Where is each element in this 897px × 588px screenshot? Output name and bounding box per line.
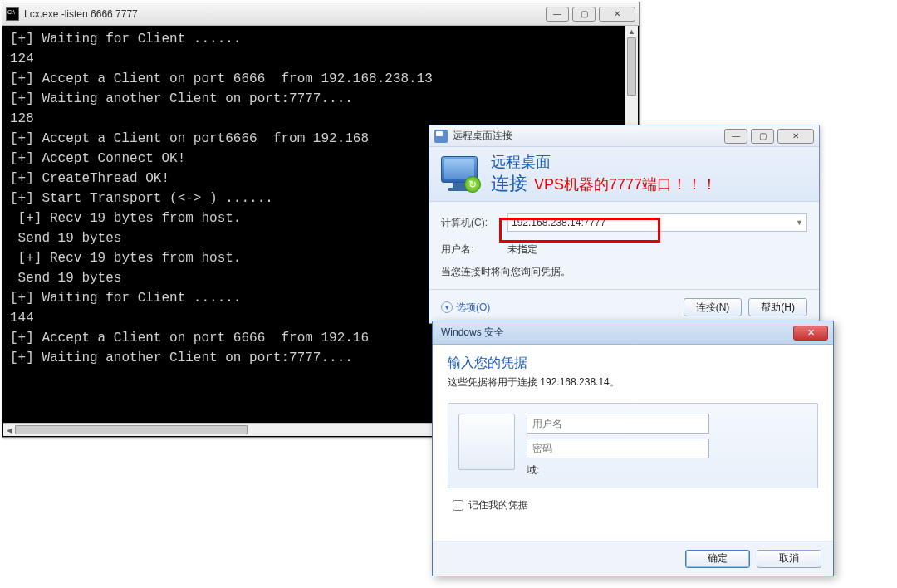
rdp-heading-line1: 远程桌面	[491, 153, 717, 171]
chevron-down-icon[interactable]: ▼	[796, 218, 803, 227]
remember-label: 记住我的凭据	[468, 498, 528, 512]
user-avatar-icon	[458, 414, 515, 470]
rdp-heading-line2: 连接	[491, 171, 527, 196]
password-input[interactable]	[527, 439, 709, 458]
rdp-logo-icon: ↻	[441, 154, 481, 194]
security-dialog: Windows 安全 ✕ 输入您的凭据 这些凭据将用于连接 192.168.23…	[432, 321, 834, 576]
rdp-titlebar[interactable]: 远程桌面连接 — ▢ ✕	[429, 125, 819, 147]
scroll-thumb[interactable]	[627, 37, 636, 96]
ok-button[interactable]: 确定	[685, 550, 750, 568]
rdp-window: 远程桌面连接 — ▢ ✕ ↻ 远程桌面 连接 VPS机器的7777端口！！！ 计…	[429, 125, 820, 324]
rdp-header: ↻ 远程桌面 连接 VPS机器的7777端口！！！	[429, 147, 819, 202]
rdp-minimize-button[interactable]: —	[724, 129, 748, 144]
domain-label: 域:	[527, 463, 807, 478]
rdp-window-title: 远程桌面连接	[453, 129, 724, 143]
divider	[429, 289, 819, 290]
close-button[interactable]: ✕	[599, 7, 635, 22]
minimize-button[interactable]: —	[546, 7, 569, 22]
computer-value: 192.168.238.14:7777	[512, 217, 605, 228]
security-close-button[interactable]: ✕	[793, 326, 828, 341]
computer-label: 计算机(C):	[441, 216, 507, 230]
scroll-up-arrow-icon[interactable]: ▲	[625, 26, 638, 37]
options-label: 选项(O)	[456, 301, 490, 315]
cmd-icon	[6, 7, 19, 21]
security-heading: 输入您的凭据	[448, 355, 818, 372]
computer-combobox[interactable]: 192.168.238.14:7777 ▼	[507, 213, 807, 232]
scroll-left-arrow-icon[interactable]: ◀	[3, 424, 15, 436]
cancel-button[interactable]: 取消	[757, 550, 821, 568]
console-title: Lcx.exe -listen 6666 7777	[24, 8, 546, 20]
maximize-button[interactable]: ▢	[572, 7, 596, 22]
options-toggle[interactable]: ▾ 选项(O)	[441, 301, 490, 315]
rdp-annotation-text: VPS机器的7777端口！！！	[534, 174, 717, 194]
username-input[interactable]	[527, 414, 709, 434]
security-window-title: Windows 安全	[438, 326, 793, 340]
rdp-hint-text: 当您连接时将向您询问凭据。	[441, 265, 807, 279]
username-label: 用户名:	[441, 243, 507, 257]
rdp-app-icon	[434, 130, 448, 143]
security-titlebar[interactable]: Windows 安全 ✕	[433, 321, 833, 345]
rdp-maximize-button[interactable]: ▢	[751, 129, 774, 144]
connect-button[interactable]: 连接(N)	[684, 298, 743, 316]
credential-tile: 域:	[448, 403, 818, 488]
console-titlebar[interactable]: Lcx.exe -listen 6666 7777 — ▢ ✕	[2, 2, 639, 26]
chevron-down-circle-icon: ▾	[441, 301, 453, 313]
username-value: 未指定	[507, 243, 537, 257]
rdp-connect-badge-icon: ↻	[464, 176, 481, 193]
scroll-thumb-horizontal[interactable]	[15, 425, 248, 434]
remember-credentials-checkbox[interactable]: 记住我的凭据	[453, 498, 818, 512]
help-button[interactable]: 帮助(H)	[748, 298, 807, 316]
rdp-close-button[interactable]: ✕	[777, 129, 814, 144]
remember-checkbox-input[interactable]	[453, 500, 463, 511]
security-subtext: 这些凭据将用于连接 192.168.238.14。	[448, 375, 818, 390]
